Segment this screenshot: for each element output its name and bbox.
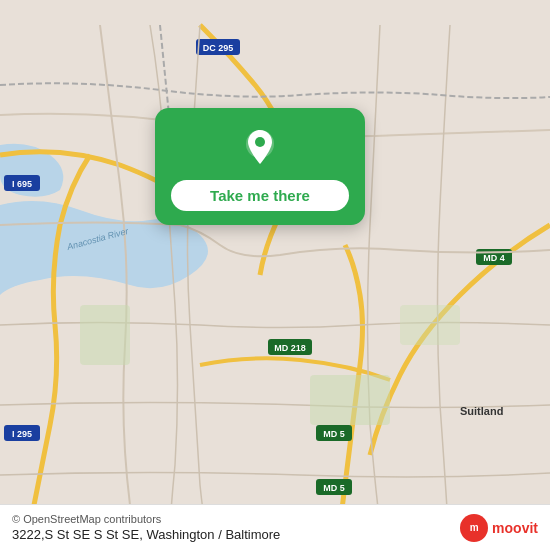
take-me-there-button[interactable]: Take me there xyxy=(171,180,349,211)
svg-point-21 xyxy=(255,137,265,147)
svg-text:MD 5: MD 5 xyxy=(323,483,345,493)
moovit-icon: m xyxy=(460,514,488,542)
svg-text:I 695: I 695 xyxy=(12,179,32,189)
location-card: Take me there xyxy=(155,108,365,225)
map-background: I 695 I 295 DC 295 MD 4 MD 218 MD 5 MD 5 xyxy=(0,0,550,550)
map-container: I 695 I 295 DC 295 MD 4 MD 218 MD 5 MD 5 xyxy=(0,0,550,550)
svg-text:Suitland: Suitland xyxy=(460,405,503,417)
svg-text:MD 5: MD 5 xyxy=(323,429,345,439)
location-pin-icon xyxy=(238,126,282,170)
svg-text:I 295: I 295 xyxy=(12,429,32,439)
svg-text:MD 4: MD 4 xyxy=(483,253,505,263)
svg-text:MD 218: MD 218 xyxy=(274,343,306,353)
svg-rect-17 xyxy=(310,375,390,425)
moovit-brand-text: moovit xyxy=(492,520,538,536)
map-attribution: © OpenStreetMap contributors xyxy=(12,513,280,525)
moovit-logo: m moovit xyxy=(460,514,538,542)
bottom-bar: © OpenStreetMap contributors 3222,S St S… xyxy=(0,504,550,550)
svg-rect-18 xyxy=(400,305,460,345)
svg-rect-19 xyxy=(80,305,130,365)
svg-text:DC 295: DC 295 xyxy=(203,43,234,53)
address-text: 3222,S St SE S St SE, Washington / Balti… xyxy=(12,527,280,542)
